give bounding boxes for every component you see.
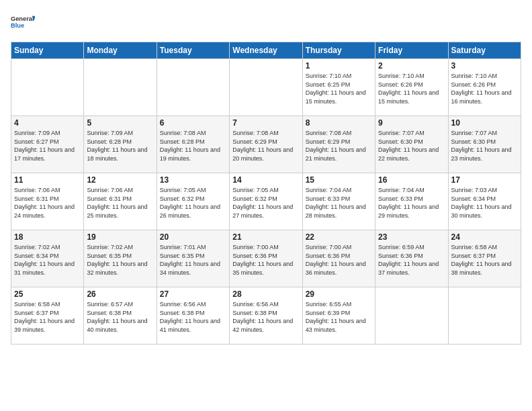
day-number: 24 (451, 232, 518, 242)
day-info: Sunrise: 6:58 AMSunset: 6:37 PMDaylight:… (14, 300, 81, 334)
day-info: Sunrise: 7:06 AMSunset: 6:31 PMDaylight:… (87, 186, 153, 220)
day-info: Sunrise: 7:05 AMSunset: 6:32 PMDaylight:… (232, 186, 299, 220)
day-number: 6 (160, 118, 226, 128)
day-info: Sunrise: 6:56 AMSunset: 6:38 PMDaylight:… (160, 300, 226, 334)
day-number: 1 (306, 61, 372, 71)
header: General Blue (11, 11, 521, 35)
calendar-cell: 26Sunrise: 6:57 AMSunset: 6:38 PMDayligh… (84, 287, 157, 345)
calendar-cell: 15Sunrise: 7:04 AMSunset: 6:33 PMDayligh… (302, 173, 375, 230)
calendar-cell: 24Sunrise: 6:58 AMSunset: 6:37 PMDayligh… (448, 230, 521, 287)
day-info: Sunrise: 7:07 AMSunset: 6:30 PMDaylight:… (378, 129, 445, 163)
calendar-cell: 2Sunrise: 7:10 AMSunset: 6:26 PMDaylight… (375, 59, 448, 116)
day-info: Sunrise: 7:01 AMSunset: 6:35 PMDaylight:… (160, 243, 226, 277)
day-info: Sunrise: 7:05 AMSunset: 6:32 PMDaylight:… (160, 186, 226, 220)
day-number: 11 (14, 175, 81, 185)
calendar-table: SundayMondayTuesdayWednesdayThursdayFrid… (11, 42, 521, 345)
day-header-friday: Friday (375, 42, 448, 59)
day-info: Sunrise: 7:07 AMSunset: 6:30 PMDaylight:… (451, 129, 518, 163)
day-number: 9 (378, 118, 445, 128)
day-header-wednesday: Wednesday (230, 42, 302, 59)
day-info: Sunrise: 7:10 AMSunset: 6:26 PMDaylight:… (451, 72, 518, 105)
calendar-cell (448, 287, 521, 345)
day-info: Sunrise: 7:02 AMSunset: 6:34 PMDaylight:… (14, 243, 81, 277)
day-number: 20 (160, 232, 226, 242)
day-info: Sunrise: 7:09 AMSunset: 6:28 PMDaylight:… (87, 129, 153, 163)
calendar-cell: 29Sunrise: 6:55 AMSunset: 6:39 PMDayligh… (302, 287, 375, 345)
day-info: Sunrise: 7:08 AMSunset: 6:29 PMDaylight:… (232, 129, 299, 163)
calendar-cell: 9Sunrise: 7:07 AMSunset: 6:30 PMDaylight… (375, 116, 448, 173)
day-number: 5 (87, 118, 153, 128)
calendar-cell: 27Sunrise: 6:56 AMSunset: 6:38 PMDayligh… (157, 287, 229, 345)
svg-text:General: General (11, 15, 34, 22)
page-container: General Blue SundayMondayTuesdayWednesda… (0, 0, 532, 350)
day-number: 3 (451, 61, 518, 71)
day-info: Sunrise: 6:58 AMSunset: 6:37 PMDaylight:… (451, 243, 518, 277)
calendar-cell: 6Sunrise: 7:08 AMSunset: 6:28 PMDaylight… (157, 116, 229, 173)
day-number: 14 (232, 175, 299, 185)
day-info: Sunrise: 7:08 AMSunset: 6:28 PMDaylight:… (160, 129, 226, 163)
calendar-cell: 7Sunrise: 7:08 AMSunset: 6:29 PMDaylight… (230, 116, 302, 173)
day-info: Sunrise: 7:04 AMSunset: 6:33 PMDaylight:… (378, 186, 445, 220)
calendar-cell: 10Sunrise: 7:07 AMSunset: 6:30 PMDayligh… (448, 116, 521, 173)
day-number: 21 (232, 232, 299, 242)
day-header-thursday: Thursday (302, 42, 375, 59)
day-number: 23 (378, 232, 445, 242)
calendar-cell: 17Sunrise: 7:03 AMSunset: 6:34 PMDayligh… (448, 173, 521, 230)
calendar-cell: 19Sunrise: 7:02 AMSunset: 6:35 PMDayligh… (84, 230, 157, 287)
day-number: 27 (160, 289, 226, 299)
day-number: 12 (87, 175, 153, 185)
calendar-cell: 12Sunrise: 7:06 AMSunset: 6:31 PMDayligh… (84, 173, 157, 230)
day-number: 25 (14, 289, 81, 299)
day-number: 18 (14, 232, 81, 242)
logo: General Blue (11, 11, 35, 35)
day-number: 22 (306, 232, 372, 242)
calendar-cell (157, 59, 229, 116)
day-info: Sunrise: 6:56 AMSunset: 6:38 PMDaylight:… (232, 300, 299, 334)
day-info: Sunrise: 6:59 AMSunset: 6:36 PMDaylight:… (378, 243, 445, 277)
calendar-cell: 22Sunrise: 7:00 AMSunset: 6:36 PMDayligh… (302, 230, 375, 287)
day-info: Sunrise: 7:02 AMSunset: 6:35 PMDaylight:… (87, 243, 153, 277)
day-number: 17 (451, 175, 518, 185)
calendar-cell: 4Sunrise: 7:09 AMSunset: 6:27 PMDaylight… (11, 116, 84, 173)
calendar-cell: 18Sunrise: 7:02 AMSunset: 6:34 PMDayligh… (11, 230, 84, 287)
calendar-cell: 25Sunrise: 6:58 AMSunset: 6:37 PMDayligh… (11, 287, 84, 345)
calendar-cell: 20Sunrise: 7:01 AMSunset: 6:35 PMDayligh… (157, 230, 229, 287)
calendar-cell: 21Sunrise: 7:00 AMSunset: 6:36 PMDayligh… (230, 230, 302, 287)
day-number: 15 (306, 175, 372, 185)
day-header-monday: Monday (84, 42, 157, 59)
day-info: Sunrise: 7:00 AMSunset: 6:36 PMDaylight:… (232, 243, 299, 277)
day-number: 4 (14, 118, 81, 128)
day-header-sunday: Sunday (11, 42, 84, 59)
day-header-tuesday: Tuesday (157, 42, 229, 59)
day-header-saturday: Saturday (448, 42, 521, 59)
calendar-cell (375, 287, 448, 345)
day-number: 29 (306, 289, 372, 299)
day-info: Sunrise: 7:10 AMSunset: 6:25 PMDaylight:… (306, 72, 372, 105)
day-info: Sunrise: 7:09 AMSunset: 6:27 PMDaylight:… (14, 129, 81, 163)
calendar-cell: 14Sunrise: 7:05 AMSunset: 6:32 PMDayligh… (230, 173, 302, 230)
day-number: 28 (232, 289, 299, 299)
day-number: 19 (87, 232, 153, 242)
day-info: Sunrise: 7:03 AMSunset: 6:34 PMDaylight:… (451, 186, 518, 220)
calendar-header: SundayMondayTuesdayWednesdayThursdayFrid… (11, 42, 521, 59)
calendar-cell: 11Sunrise: 7:06 AMSunset: 6:31 PMDayligh… (11, 173, 84, 230)
calendar-cell: 23Sunrise: 6:59 AMSunset: 6:36 PMDayligh… (375, 230, 448, 287)
day-info: Sunrise: 6:57 AMSunset: 6:38 PMDaylight:… (87, 300, 153, 334)
calendar-cell: 16Sunrise: 7:04 AMSunset: 6:33 PMDayligh… (375, 173, 448, 230)
day-number: 8 (306, 118, 372, 128)
calendar-cell (11, 59, 84, 116)
day-info: Sunrise: 7:10 AMSunset: 6:26 PMDaylight:… (378, 72, 445, 105)
day-info: Sunrise: 7:08 AMSunset: 6:29 PMDaylight:… (306, 129, 372, 163)
day-info: Sunrise: 7:04 AMSunset: 6:33 PMDaylight:… (306, 186, 372, 220)
calendar-cell: 28Sunrise: 6:56 AMSunset: 6:38 PMDayligh… (230, 287, 302, 345)
day-info: Sunrise: 6:55 AMSunset: 6:39 PMDaylight:… (306, 300, 372, 334)
calendar-cell (84, 59, 157, 116)
svg-text:Blue: Blue (11, 22, 24, 29)
day-number: 2 (378, 61, 445, 71)
day-number: 26 (87, 289, 153, 299)
calendar-cell (230, 59, 302, 116)
calendar-cell: 3Sunrise: 7:10 AMSunset: 6:26 PMDaylight… (448, 59, 521, 116)
day-number: 13 (160, 175, 226, 185)
calendar-cell: 13Sunrise: 7:05 AMSunset: 6:32 PMDayligh… (157, 173, 229, 230)
calendar-cell: 5Sunrise: 7:09 AMSunset: 6:28 PMDaylight… (84, 116, 157, 173)
